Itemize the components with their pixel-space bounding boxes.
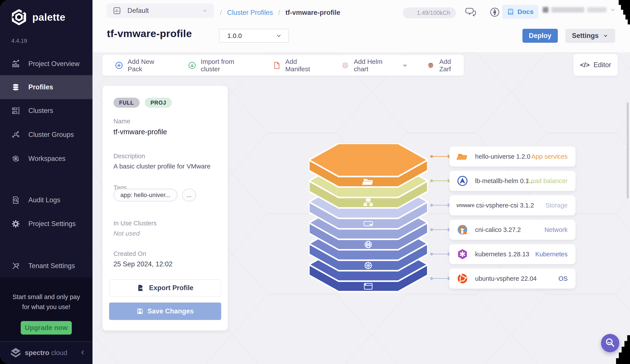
badge-full: FULL	[114, 98, 140, 108]
connector-line	[432, 156, 450, 157]
app-window: palette 4.4.19 Project Overview Profiles…	[0, 0, 630, 364]
chevron-down-icon	[275, 32, 282, 39]
export-profile-button[interactable]: Export Profile	[109, 279, 221, 297]
tool-label: Import from cluster	[201, 58, 254, 73]
breadcrumb-link-cluster-profiles[interactable]: Cluster Profiles	[227, 9, 273, 16]
name-value: tf-vmware-profile	[114, 128, 167, 136]
kubernetes-icon	[456, 248, 468, 260]
scrollbar[interactable]	[627, 102, 629, 198]
sidebar-item-label: Profiles	[28, 83, 53, 91]
gear-icon	[11, 220, 20, 228]
help-search-fab[interactable]	[601, 334, 619, 352]
user-menu[interactable]	[543, 6, 616, 13]
settings-button[interactable]: Settings	[566, 29, 615, 43]
save-icon	[136, 308, 144, 315]
deploy-button[interactable]: Deploy	[522, 29, 558, 43]
sidebar-item-tenant-settings[interactable]: Tenant Settings	[0, 254, 92, 278]
sidebar-item-label: Clusters	[28, 107, 53, 115]
book-icon	[507, 8, 514, 15]
page-header: Default / Cluster Profiles / tf-vmware-p…	[92, 0, 630, 52]
created-on-value: 25 Sep 2024, 12:02	[114, 260, 172, 268]
add-new-pack-button[interactable]: Add New Pack	[115, 58, 170, 73]
user-name-redacted	[587, 7, 606, 12]
save-changes-button[interactable]: Save Changes	[109, 303, 221, 320]
in-use-clusters-label: In Use Clusters	[114, 220, 157, 227]
avatar	[543, 7, 548, 13]
editor-button[interactable]: </> Editor	[574, 54, 618, 76]
sidebar-item-clusters[interactable]: Clusters	[0, 99, 92, 123]
add-manifest-button[interactable]: Add Manifest	[272, 58, 323, 73]
add-helm-chart-button[interactable]: Add Helm chart	[341, 58, 408, 73]
pack-name: cni-calico 3.27.2	[475, 226, 521, 233]
pack-name: ubuntu-vsphere 22.04	[475, 275, 537, 282]
promo-text: Start small and only pay for what you us…	[0, 292, 92, 312]
promo-banner: Start small and only pay for what you us…	[0, 278, 92, 341]
cluster-groups-icon	[11, 130, 20, 139]
pack-toolbar: Add New Pack Import from cluster Add Man…	[102, 55, 464, 76]
kubernetes-wheel-icon	[365, 262, 372, 269]
folder-icon	[456, 150, 468, 163]
add-zarf-button[interactable]: Add Zarf	[426, 58, 464, 73]
pack-category: Kubernetes	[535, 251, 568, 258]
pack-card-csi-vsphere-csi[interactable]: vmware csi-vsphere-csi 3.1.2 Storage	[450, 195, 576, 215]
explore-compass-icon[interactable]	[489, 6, 500, 18]
pack-card-lb-metallb-helm[interactable]: lb-metallb-helm 0.1... Load balancer	[450, 171, 576, 191]
palette-logo	[10, 9, 28, 26]
docs-button[interactable]: Docs	[502, 5, 538, 19]
plus-circle-icon	[115, 61, 123, 70]
metallb-icon	[456, 175, 468, 187]
pack-name: hello-universe 1.2.0	[475, 153, 530, 160]
upgrade-now-button[interactable]: Upgrade now	[21, 321, 72, 335]
editor-label: Editor	[594, 61, 611, 69]
pack-category: Network	[544, 226, 568, 233]
tool-label: Add Helm chart	[354, 58, 398, 73]
footer-brand: spectro cloud	[25, 349, 68, 357]
user-name-redacted	[552, 7, 584, 12]
sidebar-item-profiles[interactable]: Profiles	[0, 75, 92, 99]
chevron-down-icon	[202, 7, 208, 14]
tag-more-chip[interactable]: ...	[182, 189, 196, 201]
connector-line	[432, 229, 450, 230]
sidebar-item-workspaces[interactable]: Workspaces	[0, 147, 92, 171]
profiles-icon	[11, 83, 20, 91]
profile-layer-stack[interactable]	[309, 143, 428, 294]
description-label: Description	[114, 153, 145, 160]
sidebar-item-label: Tenant Settings	[28, 262, 75, 270]
sidebar: palette 4.4.19 Project Overview Profiles…	[0, 0, 92, 364]
chevron-down-icon	[402, 62, 408, 68]
sidebar-item-label: Project Overview	[28, 60, 80, 68]
audit-logs-icon	[11, 196, 20, 204]
usage-badge: 1.49/100kCh	[403, 7, 456, 18]
brand-name: palette	[32, 11, 66, 23]
tag-chip[interactable]: app: hello-univer...	[114, 189, 177, 201]
docs-label: Docs	[518, 8, 533, 15]
pack-card-ubuntu-vsphere[interactable]: ubuntu-vsphere 22.04 OS	[450, 269, 576, 289]
layer-hexagon-app-services	[309, 143, 428, 187]
pack-card-kubernetes[interactable]: kubernetes 1.28.13 Kubernetes	[450, 244, 576, 264]
project-selector-value: Default	[128, 7, 149, 14]
pack-name: lb-metallb-helm 0.1...	[475, 177, 534, 185]
breadcrumb: / Cluster Profiles / tf-vmware-profile	[220, 0, 340, 25]
sidebar-item-project-settings[interactable]: Project Settings	[0, 212, 92, 236]
pack-category: Load balancer	[528, 177, 568, 185]
helm-wheel-icon	[341, 61, 350, 70]
project-icon	[112, 6, 122, 15]
sidebar-item-cluster-groups[interactable]: Cluster Groups	[0, 123, 92, 147]
import-from-cluster-button[interactable]: Import from cluster	[188, 58, 254, 73]
pack-category: App services	[532, 153, 568, 160]
collapse-sidebar-icon[interactable]: ‹	[81, 347, 84, 357]
calico-icon	[456, 224, 468, 236]
feedback-chat-icon[interactable]	[465, 6, 477, 18]
brand: palette	[10, 9, 66, 26]
project-selector[interactable]: Default	[106, 3, 214, 18]
content-area: Add New Pack Import from cluster Add Man…	[92, 52, 630, 364]
version-selector[interactable]: 1.0.0	[219, 29, 289, 43]
pack-card-hello-universe[interactable]: hello-universe 1.2.0 App services	[450, 146, 576, 167]
chevron-down-icon	[610, 6, 616, 13]
breadcrumb-current: tf-vmware-profile	[286, 9, 340, 16]
sidebar-item-project-overview[interactable]: Project Overview	[0, 52, 92, 76]
breadcrumb-separator: /	[220, 8, 222, 17]
version-value: 1.0.0	[227, 32, 242, 39]
pack-card-cni-calico[interactable]: cni-calico 3.27.2 Network	[450, 220, 576, 240]
sidebar-item-audit-logs[interactable]: Audit Logs	[0, 188, 92, 212]
